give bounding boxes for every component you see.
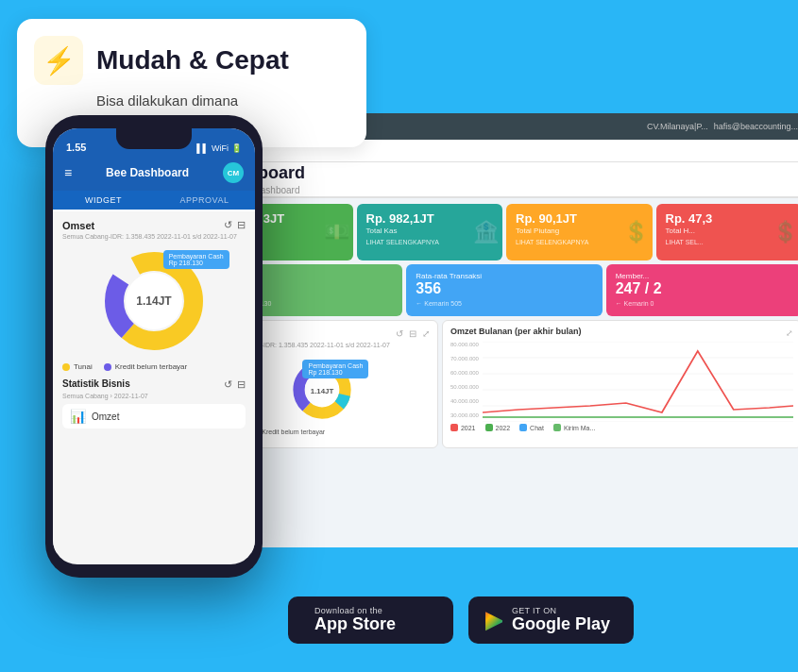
- stat-cards-row1: 💵 Rp. 434,3JT Total Omzet 🏦 Rp. 982,1JT …: [201, 198, 798, 264]
- phone-app-title: Bee Dashboard: [106, 166, 189, 179]
- label-kirim: Kirim Ma...: [564, 425, 595, 431]
- phone-omset-icons: ↺ ⊟: [224, 219, 246, 231]
- feature-title: Mudah & Cepat: [96, 46, 289, 76]
- donut-value: 1.14JT: [136, 294, 171, 308]
- phone-content: Omset ↺ ⊟ Semua Cabang-IDR: 1.358.435 20…: [53, 211, 255, 553]
- expand-icon2[interactable]: ⤢: [786, 328, 793, 338]
- phone-donut-wrap: 1.14JT Pembayaran CashRp 218.130: [62, 244, 246, 358]
- lightning-icon: ⚡: [34, 36, 83, 85]
- label-chat: Chat: [530, 425, 544, 431]
- tab-approval[interactable]: APPROVAL: [154, 191, 255, 210]
- phone-stat-header: Statistik Bisnis ↺ ⊟: [62, 378, 246, 391]
- stat-member: Member... 247 / 2 ← Kemarin 0: [606, 264, 798, 316]
- phone-screen: 1.55 ▌▌ WiFi 🔋 ≡ Bee Dashboard CM WIDGET…: [53, 128, 255, 564]
- payment-tooltip: Pembayaran CashRp 218.130: [302, 360, 368, 378]
- signal-icon: ▌▌: [196, 143, 209, 153]
- refresh-icon[interactable]: ↺: [396, 328, 403, 339]
- google-play-icon: ▶: [485, 607, 502, 633]
- dot-kirim: [553, 424, 561, 431]
- phone-stat-filter[interactable]: ⊟: [237, 378, 246, 391]
- phone-stat-sub: Semua Cabang › 2022-11-07: [62, 393, 246, 399]
- phone-tunai-label: Tunai: [74, 362, 93, 371]
- line-chart-wrap: 80.000.000 70.000.000 60.000.000 50.000.…: [450, 342, 793, 422]
- googleplay-main-label: Google Play: [512, 615, 610, 634]
- dot-2022: [485, 424, 493, 431]
- googleplay-top-label: GET IT ON: [512, 606, 610, 615]
- stat-piutang-link[interactable]: LIHAT SELENGKAPNYA: [516, 239, 643, 245]
- phone-refresh-icon[interactable]: ↺: [224, 219, 232, 231]
- stat-member-label: Member...: [616, 272, 792, 280]
- y-label: 70.000.000: [450, 356, 479, 361]
- y-label: 80.000.000: [450, 342, 479, 347]
- dashboard-main: CV.Milanaya|P... hafis@beaccounting... D…: [201, 113, 798, 452]
- appstore-main-label: App Store: [314, 615, 396, 634]
- stat-transaksi-label: Rata-rata Transaksi: [416, 272, 592, 280]
- omzet-bulanan-box: Omzet Bulanan (per akhir bulan) ⤢ 80.000…: [442, 320, 798, 448]
- phone-appbar: ≡ Bee Dashboard CM: [53, 157, 255, 191]
- phone-legend: Tunai Kredit belum terbayar: [62, 362, 246, 371]
- dashboard-nav: Dashboard Home › Dashboard: [201, 162, 798, 198]
- omset-chart-controls: ↺ ⊟ ⤢: [396, 328, 430, 339]
- dot-chat: [519, 424, 527, 431]
- phone-stat-refresh[interactable]: ↺: [224, 378, 232, 391]
- y-label: 40.000.000: [450, 398, 479, 404]
- phone-status-icons: ▌▌ WiFi 🔋: [196, 143, 242, 153]
- legend-2022: 2022: [485, 424, 511, 431]
- phone-stat-row: 📊 Omzet: [62, 404, 246, 428]
- stat-hutang-link[interactable]: LIHAT SEL...: [666, 239, 793, 245]
- phone-omset-header: Omset ↺ ⊟: [62, 219, 246, 231]
- wifi-icon: WiFi: [212, 143, 229, 153]
- y-label: 50.000.000: [450, 384, 479, 390]
- stat-card-hutang: 💲 Rp. 47,3 Total H... LIHAT SEL...: [656, 204, 799, 260]
- stat-card-kas: 🏦 Rp. 982,1JT Total Kas LIHAT SELENGKAPN…: [357, 204, 503, 260]
- battery-icon: 🔋: [231, 143, 242, 153]
- phone-tabs: WIDGET APPROVAL: [53, 191, 255, 211]
- charts-row: Omset ↺ ⊟ ⤢ Semua Cabang-IDR: 1.358.435 …: [201, 320, 798, 452]
- svg-text:1.14JT: 1.14JT: [311, 387, 334, 395]
- appstore-top-label: Download on the: [314, 606, 396, 615]
- googleplay-button[interactable]: ▶ GET IT ON Google Play: [468, 596, 634, 644]
- donut-center-value: 1.14JT: [136, 294, 171, 308]
- phone-stat-section: Statistik Bisnis ↺ ⊟ Semua Cabang › 2022…: [62, 378, 246, 428]
- hamburger-icon[interactable]: ≡: [64, 165, 72, 180]
- phone-mockup: 1.55 ▌▌ WiFi 🔋 ≡ Bee Dashboard CM WIDGET…: [45, 115, 263, 578]
- filter-icon[interactable]: ⊟: [409, 328, 416, 339]
- stat-kas-link[interactable]: LIHAT SELENGKAPNYA: [366, 239, 494, 245]
- stat-transaksi-prev: ← Kemarin 505: [416, 300, 592, 307]
- phone-legend-kredit: Kredit belum terbayar: [104, 362, 187, 371]
- dot-2021: [450, 424, 458, 431]
- company-name: CV.Milanaya|P...: [647, 122, 708, 131]
- label-2021: 2021: [461, 425, 476, 431]
- stat-piutang-label: Total Piutang: [516, 227, 643, 235]
- label-2022: 2022: [496, 425, 511, 431]
- chart-legend: 2021 2022 Chat Kirim Ma...: [450, 424, 793, 431]
- tab-widget[interactable]: WIDGET: [53, 191, 154, 211]
- company-email: hafis@beaccounting...: [714, 122, 798, 131]
- phone-notch: [116, 128, 192, 149]
- phone-legend-tunai: Tunai: [62, 362, 93, 371]
- phone-filter-icon[interactable]: ⊟: [237, 219, 246, 231]
- feature-card-header: ⚡ Mudah & Cepat: [34, 36, 346, 85]
- stat-transaksi-num: 356: [416, 280, 592, 297]
- store-buttons: Download on the App Store ▶ GET IT ON Go…: [288, 596, 634, 644]
- y-axis: 80.000.000 70.000.000 60.000.000 50.000.…: [450, 342, 479, 422]
- stat-hutang-label: Total H...: [666, 227, 793, 235]
- y-label: 60.000.000: [450, 370, 479, 376]
- expand-icon[interactable]: ⤢: [422, 328, 430, 339]
- omzet-bulanan-header: Omzet Bulanan (per akhir bulan) ⤢: [450, 327, 793, 340]
- chart-controls: ⤢: [786, 328, 793, 338]
- stat-kas-label: Total Kas: [366, 227, 494, 235]
- appstore-button[interactable]: Download on the App Store: [288, 596, 453, 644]
- chart-svg: [483, 342, 793, 422]
- phone-omset-title: Omset: [62, 220, 94, 231]
- phone-kredit-label: Kredit belum terbayar: [115, 362, 187, 371]
- stat-member-prev: ← Kemarin 0: [616, 300, 792, 307]
- phone-kredit-dot: [104, 363, 111, 371]
- stat-member-num: 247 / 2: [616, 280, 792, 297]
- stat-cards-row2: Qty Terjual 20,983 ← Kemarin 20.130 Rata…: [201, 264, 798, 320]
- stat-transaksi: Rata-rata Transaksi 356 ← Kemarin 505: [406, 264, 602, 316]
- omzet-bulanan-title: Omzet Bulanan (per akhir bulan): [450, 327, 582, 336]
- user-avatar[interactable]: CM: [223, 162, 244, 183]
- phone-stat-icons: ↺ ⊟: [224, 378, 246, 391]
- stat-card-piutang: 💲 Rp. 90,1JT Total Piutang LIHAT SELENGK…: [506, 204, 653, 260]
